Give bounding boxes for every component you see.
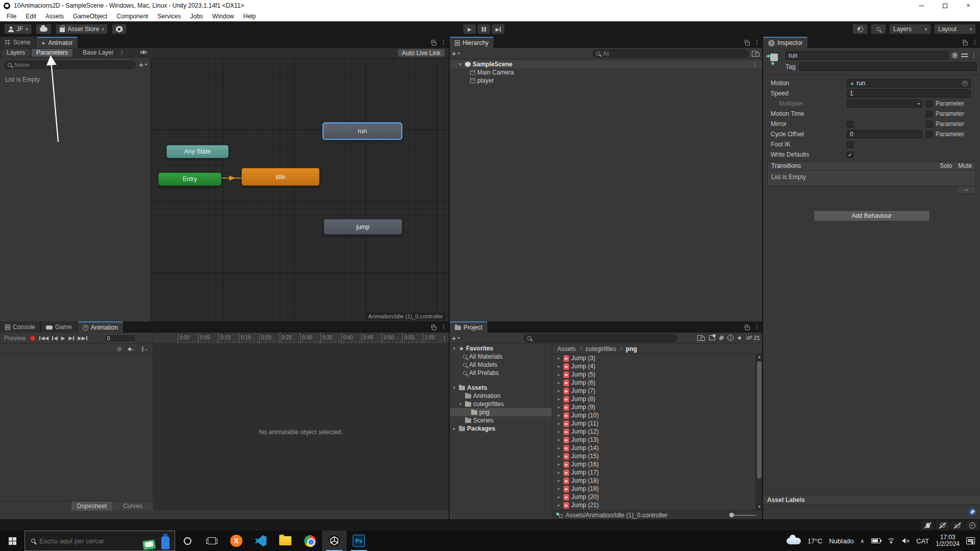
file-row[interactable]: ▸Jump (20)	[552, 493, 755, 501]
search-button[interactable]	[871, 24, 886, 34]
kebab-menu-icon[interactable]: ⋮	[754, 39, 760, 46]
frame-field[interactable]	[104, 334, 136, 342]
debugger-disabled-icon[interactable]	[921, 520, 935, 530]
filter-curves-icon[interactable]: ◎	[117, 346, 122, 352]
layers-dropdown[interactable]: Layers▾	[889, 24, 931, 34]
menu-component[interactable]: Component	[112, 11, 153, 21]
eye-icon[interactable]	[140, 49, 148, 55]
file-row[interactable]: ▸Jump (4)	[552, 362, 755, 370]
expand-arrow-icon[interactable]: ▸	[556, 486, 561, 491]
scroll-down-icon[interactable]: ▼	[756, 504, 762, 510]
speed-field[interactable]: 1	[847, 89, 971, 97]
favorites-item[interactable]: All Materials	[450, 353, 552, 361]
lock-icon[interactable]	[745, 327, 750, 330]
weather-description[interactable]: Nublado	[829, 537, 853, 545]
kebab-menu-icon[interactable]: ⋮	[440, 39, 447, 46]
transition-arrow[interactable]	[222, 176, 244, 181]
tag-field[interactable]	[799, 62, 977, 71]
file-row[interactable]: ▸Jump (17)	[552, 468, 755, 477]
multiplier-dropdown[interactable]: ▾	[847, 99, 922, 108]
kebab-menu-icon[interactable]: ⋮	[754, 323, 760, 331]
curves-button[interactable]: Curves	[112, 502, 153, 511]
layers-toggle-button[interactable]: Layers	[2, 49, 30, 57]
add-keyframe-icon[interactable]: ◆₊	[128, 346, 134, 352]
warning-filter-icon[interactable]: !	[727, 335, 733, 341]
state-name-input[interactable]	[789, 52, 945, 59]
file-row[interactable]: ▸Jump (18)	[552, 477, 755, 485]
lock-icon[interactable]	[432, 42, 436, 45]
tab-animation[interactable]: Animation	[78, 321, 123, 333]
show-hidden-icons-button[interactable]: ∧	[861, 538, 865, 544]
menu-jobs[interactable]: Jobs	[185, 11, 207, 21]
undo-history-button[interactable]	[852, 24, 868, 34]
action-center-icon[interactable]	[966, 537, 975, 544]
open-new-window-icon[interactable]	[696, 334, 705, 341]
kebab-menu-icon[interactable]: ⋮	[752, 61, 758, 68]
cycle-offset-field[interactable]: 0	[847, 130, 922, 138]
kebab-menu-icon[interactable]: ⋮	[972, 39, 978, 46]
breadcrumb-item[interactable]: Assets	[557, 345, 576, 353]
file-row[interactable]: ▸Jump (7)	[552, 387, 755, 395]
project-search-input[interactable]	[534, 335, 673, 341]
write-defaults-checkbox[interactable]: ✓	[847, 152, 853, 158]
timeline-ruler[interactable]: ⋮ 0:000:050:100:150:200:250:300:350:400:…	[153, 333, 449, 343]
lock-icon[interactable]	[963, 42, 968, 45]
record-button[interactable]	[30, 335, 36, 341]
favorites-root[interactable]: ▾★ Favorites	[450, 344, 552, 353]
start-button[interactable]	[0, 531, 24, 551]
kebab-menu-icon[interactable]: ⋮	[442, 335, 448, 342]
create-asset-button[interactable]: +▾	[452, 334, 460, 342]
expand-arrow-icon[interactable]: ▸	[556, 421, 561, 426]
hierarchy-search-input[interactable]	[603, 51, 745, 57]
tab-console[interactable]: Console	[0, 321, 40, 333]
state-node-run[interactable]: run	[323, 122, 402, 140]
expand-arrow-icon[interactable]: ▸	[556, 405, 561, 410]
thumbnail-zoom-slider[interactable]	[729, 515, 756, 516]
expand-arrow-icon[interactable]: ▸	[556, 429, 561, 434]
tag-filter-icon[interactable]	[718, 335, 724, 341]
tab-game[interactable]: Game	[41, 321, 77, 333]
hierarchy-item[interactable]: player	[450, 77, 762, 85]
add-parameter-button[interactable]: +▾	[139, 60, 147, 69]
tab-animator[interactable]: ➤ Animator	[36, 37, 78, 48]
mirror-checkbox[interactable]	[847, 121, 853, 128]
file-row[interactable]: ▸Jump (5)	[552, 370, 755, 379]
state-node-entry[interactable]: Entry	[158, 172, 222, 186]
expand-arrow-icon[interactable]: ▸	[556, 454, 561, 459]
multiplier-parameter-checkbox[interactable]	[926, 101, 933, 107]
scrollbar-thumb[interactable]	[757, 361, 762, 479]
volume-muted-icon[interactable]: ×	[902, 537, 910, 545]
asset-labels-header[interactable]: Asset Labels	[763, 495, 980, 505]
preview-button[interactable]: Preview	[4, 335, 26, 342]
add-event-icon[interactable]: ❙₊	[140, 346, 148, 352]
state-node-idle[interactable]: idle	[241, 168, 320, 186]
layout-dropdown[interactable]: Layout▾	[934, 24, 976, 34]
battery-icon[interactable]	[871, 538, 880, 543]
presets-icon[interactable]	[961, 53, 968, 58]
parameter-search-field[interactable]	[4, 61, 136, 69]
vscode-button[interactable]	[249, 531, 273, 551]
weather-temperature[interactable]: 17°C	[807, 537, 822, 545]
menu-help[interactable]: Help	[239, 11, 261, 21]
motion-field[interactable]: ▲ run	[847, 79, 971, 87]
task-view-button[interactable]	[200, 531, 224, 551]
kebab-menu-icon[interactable]: ⋮	[971, 52, 977, 59]
file-row[interactable]: ▸Jump (15)	[552, 452, 755, 460]
last-frame-button[interactable]: ▶▶	[78, 335, 87, 341]
motion-time-parameter-checkbox[interactable]	[926, 111, 933, 117]
weather-cloud-icon[interactable]	[787, 538, 801, 544]
minimize-button[interactable]	[910, 0, 933, 11]
file-row[interactable]: ▸Jump (21)	[552, 501, 755, 509]
scene-row[interactable]: ▾ SampleScene ⋮	[450, 60, 762, 68]
base-layer-breadcrumb[interactable]: Base Layer	[83, 49, 114, 56]
folder-row-cutegirlfiles[interactable]: ▾cutegirlfiles	[450, 400, 552, 408]
unity-taskbar-button[interactable]	[322, 531, 347, 551]
tab-inspector[interactable]: i Inspector	[763, 37, 807, 48]
add-behaviour-button[interactable]: Add Behaviour	[814, 210, 930, 221]
assets-root[interactable]: ▾ Assets	[450, 384, 552, 392]
step-button[interactable]: ▶	[492, 24, 505, 34]
account-button[interactable]: JF▾	[4, 24, 32, 34]
breadcrumb-item[interactable]: cutegirlfiles	[585, 345, 616, 353]
file-row[interactable]: ▸Jump (13)	[552, 436, 755, 444]
expand-arrow-icon[interactable]: ▸	[556, 380, 561, 385]
